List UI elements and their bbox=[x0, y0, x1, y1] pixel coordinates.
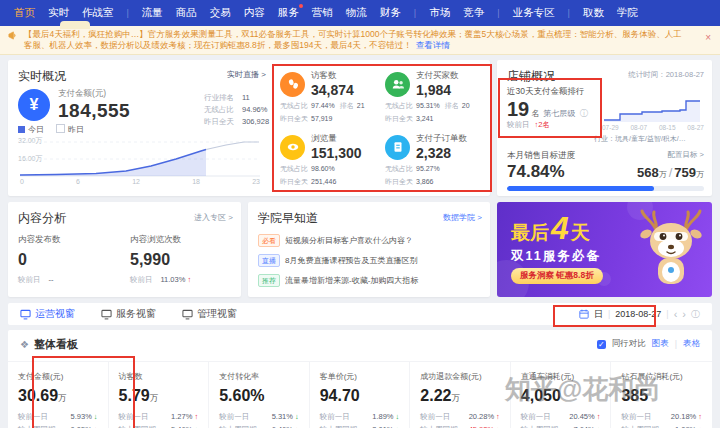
monitor-icon bbox=[101, 309, 112, 320]
active-tab-notch bbox=[60, 21, 90, 29]
stat-label: 昨日全天 bbox=[204, 117, 234, 126]
realtime-area-chart bbox=[16, 134, 262, 178]
date-granularity[interactable]: 日 bbox=[594, 308, 603, 321]
content-views-metric: 内容浏览次数 5,990 较前日11.03%↑ bbox=[130, 234, 191, 285]
deer-mascot bbox=[634, 208, 708, 294]
academy-item[interactable]: 直播 8月免费直播课程预告及五类直播区别 bbox=[258, 254, 480, 267]
next-date-arrow[interactable]: › bbox=[682, 309, 686, 320]
nav-item-goods[interactable]: 商品 bbox=[176, 6, 197, 20]
nav-item-warroom[interactable]: 作战室 bbox=[82, 6, 114, 20]
main-area: 实时概况 实时直播 > ¥ 支付金额(元) 184,555 行业排名11 无线占… bbox=[0, 55, 720, 428]
kpi-pageviews: 浏览量 151,300 无线占比98.60% 昨日全天251,446 bbox=[276, 129, 381, 192]
kpi-label: 访客数 bbox=[311, 70, 354, 82]
nav-item-content[interactable]: 内容 bbox=[244, 6, 265, 20]
realtime-kpi-grid: 访客数 34,874 无线占比97.44%排名21 昨日全天57,919 支付买… bbox=[276, 66, 486, 192]
stat-value: 306,928 bbox=[242, 117, 269, 126]
stat-value: 11 bbox=[242, 93, 250, 102]
metric-conversion-rate: 支付转化率 5.60% 较前一日5.31%↓ 较上周同期6.46%↑ bbox=[209, 362, 310, 428]
tab-service-view[interactable]: 服务视窗 bbox=[101, 307, 156, 321]
visitor-footprint-icon bbox=[280, 72, 305, 97]
kpi-label: 支付子订单数 bbox=[416, 133, 467, 145]
date-value[interactable]: 2018-08-27 bbox=[615, 309, 661, 319]
close-icon[interactable]: × bbox=[705, 32, 711, 43]
kpi-label: 支付买家数 bbox=[416, 70, 459, 82]
notice-detail-link[interactable]: 查看详情 bbox=[416, 40, 450, 50]
peer-compare-label: 同行对比 bbox=[612, 338, 646, 350]
metric-train-spend: 直通车消耗(元) 4,050 较前一日20.45%↑ 较上周同期7.64%↓ bbox=[511, 362, 612, 428]
banner-headline: 最后4天 bbox=[511, 210, 590, 247]
view-chart-toggle[interactable]: 图表 bbox=[652, 338, 669, 350]
nav-item-traffic[interactable]: 流量 bbox=[142, 6, 163, 20]
banner-discount-badge: 服务洞察 钜惠8.8折 bbox=[511, 268, 603, 284]
config-target-link[interactable]: 配置目标 > bbox=[668, 150, 704, 160]
shop-overview-card: 店铺概况 统计时间：2018-08-27 近30天支付金额排行 19名第七层级 … bbox=[497, 60, 712, 196]
board-icon: ❖ bbox=[20, 339, 29, 350]
nav-item-finance[interactable]: 财务 bbox=[380, 6, 401, 20]
promo-banner[interactable]: 最后4天 双11服务必备 服务洞察 钜惠8.8折 bbox=[497, 202, 712, 297]
stat-label: 无线占比 bbox=[204, 105, 234, 114]
kpi-value: 34,874 bbox=[311, 82, 354, 98]
ranking-value: 19 bbox=[507, 98, 529, 120]
tab-operation-view[interactable]: 运营视窗 bbox=[20, 307, 75, 321]
nav-item-market[interactable]: 市场 bbox=[429, 6, 450, 20]
yen-icon: ¥ bbox=[18, 89, 50, 121]
nav-item-logistics[interactable]: 物流 bbox=[346, 6, 367, 20]
ranking-step-chart bbox=[600, 90, 704, 124]
academy-item[interactable]: 必看 短视频分析目标客户喜欢什么内容？ bbox=[258, 234, 480, 247]
notice-bar: 【最后4天福利，疯狂抢购中…】官方服务效果测量工具，双11必备服务工具，可实时计… bbox=[0, 26, 720, 55]
peer-compare-checkbox[interactable]: ✓ bbox=[597, 340, 606, 349]
nav-separator: | bbox=[414, 8, 416, 18]
nav-item-trade[interactable]: 交易 bbox=[210, 6, 231, 20]
stat-value: 94.96% bbox=[242, 105, 267, 114]
nav-item-service[interactable]: 服务 bbox=[278, 6, 299, 20]
shop-level: 第七层级 bbox=[543, 109, 575, 118]
top-nav: 首页 实时 作战室 | 流量 商品 交易 内容 服务 营销 物流 财务 | 市场… bbox=[0, 0, 720, 26]
realtime-overview-card: 实时概况 实时直播 > ¥ 支付金额(元) 184,555 行业排名11 无线占… bbox=[8, 60, 490, 196]
megaphone-icon bbox=[8, 31, 17, 43]
board-metric-row: 支付金额(元) 30.69万 较前一日5.93%↓ 较上周同期0.05%↑ 访客… bbox=[8, 361, 712, 428]
calendar-icon[interactable] bbox=[579, 309, 589, 319]
metric-visitors: 访客数 5.79万 较前一日1.27%↑ 较上周同期5.46%↓ bbox=[109, 362, 210, 428]
kpi-label: 浏览量 bbox=[311, 133, 362, 145]
info-icon[interactable]: ⓘ bbox=[691, 308, 700, 321]
nav-separator: | bbox=[568, 8, 570, 18]
enter-zone-link[interactable]: 进入专区 > bbox=[194, 212, 233, 223]
nav-item-marketing[interactable]: 营销 bbox=[312, 6, 333, 20]
academy-link[interactable]: 数据学院 > bbox=[443, 212, 482, 223]
nav-item-bizzone[interactable]: 业务专区 bbox=[513, 6, 555, 20]
monitor-icon bbox=[182, 309, 193, 320]
nav-item-realtime[interactable]: 实时 bbox=[48, 6, 69, 20]
tag-mustread: 必看 bbox=[258, 234, 280, 247]
ranking-label: 近30天支付金额排行 bbox=[507, 86, 584, 98]
nav-item-academy[interactable]: 学院 bbox=[617, 6, 638, 20]
x-axis-labels: 06121823 bbox=[20, 178, 260, 185]
payment-amount-kpi: ¥ 支付金额(元) 184,555 bbox=[18, 88, 130, 122]
monitor-icon bbox=[20, 309, 31, 320]
ranking-chart-xlabels: 07-2908-0708-1508-27 bbox=[602, 124, 704, 131]
nav-separator: | bbox=[127, 8, 129, 18]
realtime-live-link[interactable]: 实时直播 > bbox=[227, 69, 266, 80]
kpi-sub-orders: 支付子订单数 2,328 无线占比95.27% 昨日全天3,866 bbox=[381, 129, 486, 192]
kpi-paying-buyers: 支付买家数 1,984 无线占比95.31%排名20 昨日全天3,241 bbox=[381, 66, 486, 129]
industry-label: 行业：玩具/童车/益智/积木/… bbox=[594, 134, 704, 144]
tab-management-view[interactable]: 管理视窗 bbox=[182, 307, 237, 321]
nav-item-home[interactable]: 首页 bbox=[14, 6, 35, 20]
academy-card: 学院早知道 数据学院 > 必看 短视频分析目标客户喜欢什么内容？ 直播 8月免费… bbox=[248, 202, 490, 297]
banner-subline: 双11服务必备 bbox=[511, 248, 601, 265]
target-progress-bar bbox=[507, 186, 704, 191]
content-analysis-card: 内容分析 进入专区 > 内容发布数 0 较前日-- 内容浏览次数 5,990 较… bbox=[8, 202, 241, 297]
academy-item[interactable]: 推荐 流量暴增新增来源-收藏-加购四大指标 bbox=[258, 274, 480, 287]
nav-item-getdata[interactable]: 取数 bbox=[583, 6, 604, 20]
metric-payment-amount: 支付金额(元) 30.69万 较前一日5.93%↓ 较上周同期0.05%↑ bbox=[8, 362, 109, 428]
realtime-side-stats: 行业排名11 无线占比94.96% 昨日全天306,928 bbox=[204, 92, 269, 128]
view-table-toggle[interactable]: 表格 bbox=[683, 338, 700, 350]
stat-time: 统计时间：2018-08-27 bbox=[628, 70, 704, 80]
sales-target-label: 本月销售目标进度 bbox=[507, 150, 575, 162]
nav-item-competition[interactable]: 竞争 bbox=[463, 6, 484, 20]
dashboard-screen: 首页 实时 作战室 | 流量 商品 交易 内容 服务 营销 物流 财务 | 市场… bbox=[0, 0, 720, 428]
eye-icon bbox=[280, 135, 305, 160]
tag-recommend: 推荐 bbox=[258, 274, 280, 287]
prev-date-arrow[interactable]: ‹ bbox=[674, 309, 678, 320]
ranking-value-line: 19名第七层级 ⓘ bbox=[507, 98, 588, 121]
info-icon[interactable]: ⓘ bbox=[580, 109, 588, 118]
